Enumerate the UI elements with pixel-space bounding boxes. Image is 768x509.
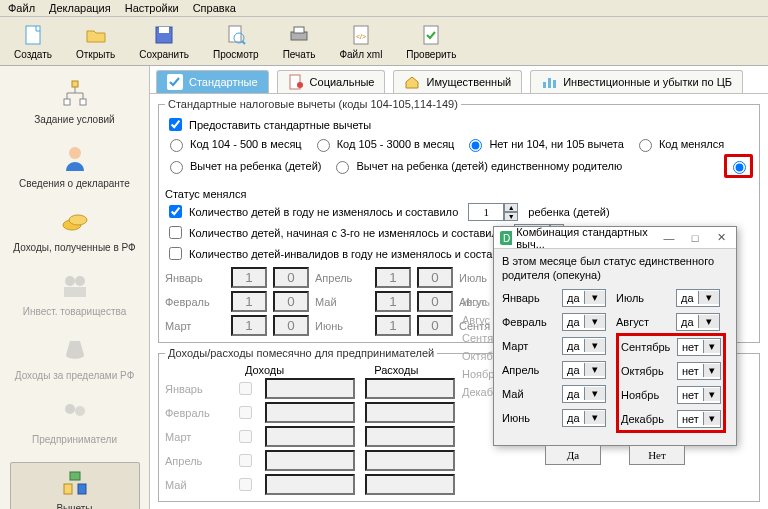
month-select[interactable]: нет▾ xyxy=(677,362,721,380)
tab-invest[interactable]: Инвестиционные и убытки по ЦБ xyxy=(530,70,743,93)
month-val2[interactable] xyxy=(273,315,309,336)
chevron-down-icon: ▾ xyxy=(698,291,719,304)
month-val2[interactable] xyxy=(273,267,309,288)
kids-count-stepper[interactable]: ▲▼ xyxy=(468,203,518,221)
kids-inv-unchanged-check[interactable]: Количество детей-инвалидов в году не изм… xyxy=(165,244,517,263)
save-icon xyxy=(152,23,176,47)
toolbar-save[interactable]: Сохранить xyxy=(133,21,195,62)
svg-point-24 xyxy=(65,404,75,414)
dialog-status-combination: D Комбинация стандартных выч... — □ ✕ В … xyxy=(493,226,737,446)
sidebar-item-label: Доходы, полученные в РФ xyxy=(10,242,140,254)
month-label: Июнь xyxy=(315,320,369,332)
month-check xyxy=(239,430,252,443)
month-val2[interactable] xyxy=(417,315,453,336)
radio-child-single[interactable]: Вычет на ребенка (детей) единственному р… xyxy=(331,158,622,174)
month-select[interactable]: нет▾ xyxy=(677,410,721,428)
menu-file[interactable]: Файл xyxy=(8,2,35,14)
month-val1[interactable] xyxy=(231,315,267,336)
month-select[interactable]: нет▾ xyxy=(677,338,721,356)
step-up-icon[interactable]: ▲ xyxy=(504,203,518,212)
dialog-titlebar[interactable]: D Комбинация стандартных выч... — □ ✕ xyxy=(494,227,736,249)
app-icon: D xyxy=(500,231,512,245)
month-val2[interactable] xyxy=(417,291,453,312)
dialog-yes-button[interactable]: Да xyxy=(545,445,601,465)
sidebar-item-label: Задание условий xyxy=(10,114,140,126)
month-val1[interactable] xyxy=(231,291,267,312)
month-val2[interactable] xyxy=(273,291,309,312)
maximize-button[interactable]: □ xyxy=(684,230,706,246)
toolbar: Создать Открыть Сохранить Просмотр Печат… xyxy=(0,17,768,66)
svg-rect-12 xyxy=(64,99,70,105)
income-field xyxy=(265,402,355,423)
sidebar-item-conditions[interactable]: Задание условий xyxy=(10,78,140,126)
menu-declaration[interactable]: Декларация xyxy=(49,2,111,14)
month-val1[interactable] xyxy=(375,315,411,336)
svg-rect-7 xyxy=(294,27,304,33)
month-check xyxy=(239,406,252,419)
toolbar-preview[interactable]: Просмотр xyxy=(207,21,265,62)
chevron-down-icon: ▾ xyxy=(703,364,720,377)
close-button[interactable]: ✕ xyxy=(710,230,732,246)
toolbar-new-label: Создать xyxy=(14,49,52,60)
toolbar-open[interactable]: Открыть xyxy=(70,21,121,62)
kids-unchanged-check[interactable]: Количество детей в году не изменялось и … xyxy=(165,202,458,221)
menu-settings[interactable]: Настройки xyxy=(125,2,179,14)
checkbox-label: Количество детей, начиная с 3-го не изме… xyxy=(189,227,504,239)
toolbar-check-label: Проверить xyxy=(406,49,456,60)
radio-code104[interactable]: Код 104 - 500 в месяц xyxy=(165,136,302,152)
month-select[interactable]: да▾ xyxy=(562,289,606,307)
radio-code105[interactable]: Код 105 - 3000 в месяц xyxy=(312,136,455,152)
sidebar-item-label: Вычеты xyxy=(15,503,135,509)
sidebar-item-declarant[interactable]: Сведения о декларанте xyxy=(10,142,140,190)
tab-standard[interactable]: Стандартные xyxy=(156,70,269,93)
month-select[interactable]: нет▾ xyxy=(677,386,721,404)
chevron-down-icon: ▾ xyxy=(584,363,605,376)
tab-label: Инвестиционные и убытки по ЦБ xyxy=(563,76,732,88)
tab-label: Социальные xyxy=(310,76,375,88)
toolbar-check[interactable]: Проверить xyxy=(400,21,462,62)
month-select[interactable]: да▾ xyxy=(562,313,606,331)
radio-label: Код 104 - 500 в месяц xyxy=(190,138,302,150)
month-val1[interactable] xyxy=(375,267,411,288)
sidebar-item-deductions[interactable]: Вычеты xyxy=(10,462,140,509)
dialog-no-button[interactable]: Нет xyxy=(629,445,685,465)
month-label: Апрель xyxy=(315,272,369,284)
kids3-unchanged-check[interactable]: Количество детей, начиная с 3-го не изме… xyxy=(165,223,504,242)
month-val2[interactable] xyxy=(417,267,453,288)
month-select[interactable]: да▾ xyxy=(562,385,606,403)
house-icon xyxy=(404,74,420,90)
doc-icon xyxy=(288,74,304,90)
month-label: Апрель xyxy=(165,455,225,467)
month-select[interactable]: да▾ xyxy=(676,313,720,331)
sidebar: Задание условий Сведения о декларанте До… xyxy=(0,66,150,509)
sidebar-item-income-rf[interactable]: Доходы, полученные в РФ xyxy=(10,206,140,254)
month-select[interactable]: да▾ xyxy=(676,289,720,307)
tab-property[interactable]: Имущественный xyxy=(393,70,522,93)
new-icon xyxy=(21,23,45,47)
radio-none[interactable]: Нет ни 104, ни 105 вычета xyxy=(464,136,623,152)
month-label: Февраль xyxy=(502,316,556,328)
radio-code-changed[interactable]: Код менялся xyxy=(634,136,724,152)
month-label: Февраль xyxy=(165,407,225,419)
month-val1[interactable] xyxy=(375,291,411,312)
month-val1[interactable] xyxy=(231,267,267,288)
month-label: Сентябрь xyxy=(621,341,671,353)
provide-std-check[interactable]: Предоставить стандартные вычеты xyxy=(165,115,371,134)
minimize-button[interactable]: — xyxy=(658,230,680,246)
month-select[interactable]: да▾ xyxy=(562,409,606,427)
month-select[interactable]: да▾ xyxy=(562,337,606,355)
menu-help[interactable]: Справка xyxy=(193,2,236,14)
radio-status-changed[interactable] xyxy=(728,158,749,174)
sidebar-item-invest: Инвест. товарищества xyxy=(10,270,140,318)
print-icon xyxy=(287,23,311,47)
svg-rect-27 xyxy=(78,484,86,494)
tab-social[interactable]: Социальные xyxy=(277,70,386,93)
toolbar-xml[interactable]: </> Файл xml xyxy=(333,21,388,62)
month-select[interactable]: да▾ xyxy=(562,361,606,379)
toolbar-print[interactable]: Печать xyxy=(277,21,322,62)
toolbar-new[interactable]: Создать xyxy=(8,21,58,62)
tab-label: Стандартные xyxy=(189,76,258,88)
step-down-icon[interactable]: ▼ xyxy=(504,212,518,221)
chevron-down-icon: ▾ xyxy=(698,315,719,328)
radio-child[interactable]: Вычет на ребенка (детей) xyxy=(165,158,321,174)
